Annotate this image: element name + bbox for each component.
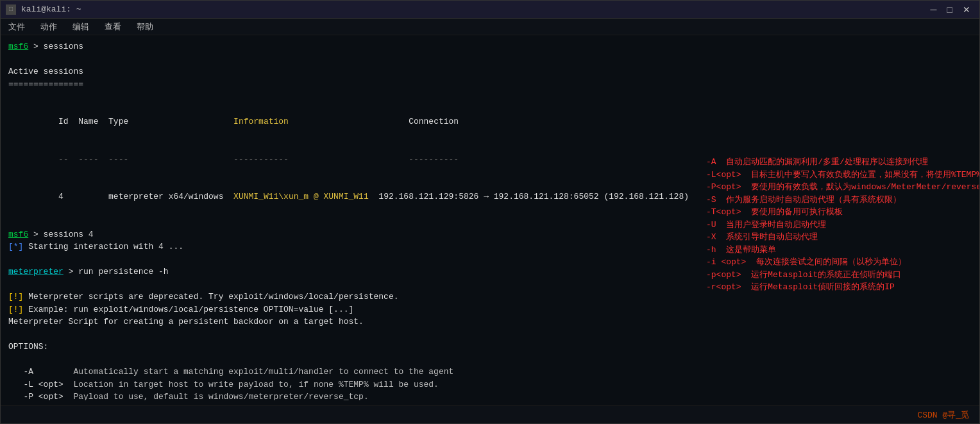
option-A: -A Automatically start a matching exploi… bbox=[8, 366, 696, 378]
maximize-button[interactable]: □ bbox=[943, 3, 956, 16]
line-interaction: [*] Starting interaction with 4 ... bbox=[8, 241, 696, 253]
menu-bar: 文件 动作 编辑 查看 帮助 bbox=[1, 19, 979, 35]
window-controls: ─ □ ✕ bbox=[927, 3, 974, 16]
csdn-watermark: CSDN @寻_觅 bbox=[917, 409, 969, 421]
annotation-p-port: -p<opt> 运行Metasploit的系统正在侦听的端口 bbox=[706, 269, 972, 282]
close-button[interactable]: ✕ bbox=[959, 3, 974, 16]
annotation-r: -r<opt> 运行Metasploit侦听回接的系统的IP bbox=[706, 281, 972, 294]
line-script-desc: Meterpreter Script for creating a persis… bbox=[8, 316, 696, 328]
annotation-L: -L<opt> 目标主机中要写入有效负载的位置，如果没有，将使用%TEMP%。 bbox=[706, 169, 972, 182]
menu-file[interactable]: 文件 bbox=[6, 20, 28, 34]
window-title: kali@kali: ~ bbox=[21, 4, 81, 14]
title-bar-left: □ kali@kali: ~ bbox=[6, 4, 81, 15]
annotations-panel: -A 自动启动匹配的漏洞利用/多重/处理程序以连接到代理 -L<opt> 目标主… bbox=[696, 40, 972, 400]
option-L: -L <opt> Location in target host to writ… bbox=[8, 378, 696, 391]
line-warn-2: [!] Example: run exploit/windows/local/p… bbox=[8, 303, 696, 316]
table-dash: -- ---- ---- ----------- ---------- bbox=[8, 140, 696, 178]
annotation-i: -i <opt> 每次连接尝试之间的间隔（以秒为单位） bbox=[706, 256, 972, 269]
menu-action[interactable]: 动作 bbox=[38, 20, 60, 34]
terminal-icon: □ bbox=[6, 4, 16, 15]
title-bar: □ kali@kali: ~ ─ □ ✕ bbox=[1, 1, 979, 19]
terminal-output: msf6 > sessions Active sessions ========… bbox=[8, 40, 696, 400]
terminal-window: □ kali@kali: ~ ─ □ ✕ 文件 动作 编辑 查看 帮助 msf6… bbox=[0, 0, 980, 424]
annotation-P: -P<opt> 要使用的有效负载，默认为windows/MeterMeter/r… bbox=[706, 181, 972, 194]
annotation-h: -h 这是帮助菜单 bbox=[706, 244, 972, 257]
annotation-U: -U 当用户登录时自动启动代理 bbox=[706, 219, 972, 232]
annotation-A: -A 自动启动匹配的漏洞利用/多重/处理程序以连接到代理 bbox=[706, 156, 972, 169]
line-blank-1 bbox=[8, 53, 696, 66]
line-underline: =============== bbox=[8, 78, 696, 91]
line-1: msf6 > sessions bbox=[8, 40, 696, 53]
line-blank-5 bbox=[8, 278, 696, 291]
minimize-button[interactable]: ─ bbox=[927, 3, 941, 16]
line-options-header: OPTIONS: bbox=[8, 341, 696, 353]
line-blank-7 bbox=[8, 353, 696, 366]
bottom-bar: CSDN @寻_觅 bbox=[1, 405, 979, 423]
line-active-sessions: Active sessions bbox=[8, 65, 696, 78]
table-header: Id Name Type Information Connection bbox=[8, 103, 696, 141]
line-warn-1: [!] Meterpreter scripts are deprecated. … bbox=[8, 291, 696, 303]
line-run-persistence: meterpreter > run persistence -h bbox=[8, 266, 696, 278]
annotation-S: -S 作为服务启动时自动启动代理（具有系统权限） bbox=[706, 194, 972, 207]
line-blank-4 bbox=[8, 253, 696, 266]
menu-view[interactable]: 查看 bbox=[102, 20, 124, 34]
line-blank-2 bbox=[8, 90, 696, 103]
menu-help[interactable]: 帮助 bbox=[134, 20, 156, 34]
line-blank-3 bbox=[8, 216, 696, 228]
annotation-T: -T<opt> 要使用的备用可执行模板 bbox=[706, 206, 972, 219]
terminal-body[interactable]: msf6 > sessions Active sessions ========… bbox=[1, 35, 979, 405]
menu-edit[interactable]: 编辑 bbox=[70, 20, 92, 34]
table-row-1: 4 meterpreter x64/windows XUNMI_W11\xun_… bbox=[8, 178, 696, 216]
line-blank-6 bbox=[8, 328, 696, 341]
annotation-X: -X 系统引导时自动启动代理 bbox=[706, 231, 972, 244]
option-P: -P <opt> Payload to use, default is wind… bbox=[8, 391, 696, 400]
line-sessions4: msf6 > sessions 4 bbox=[8, 228, 696, 241]
